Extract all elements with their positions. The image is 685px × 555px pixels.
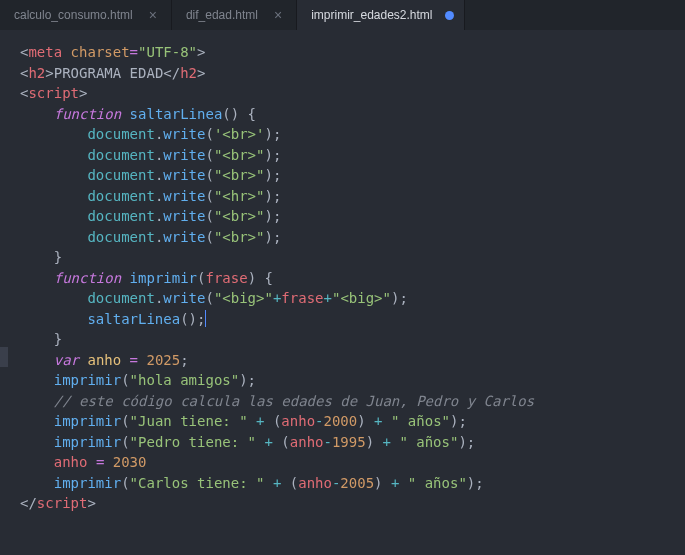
tab-label: calculo_consumo.html xyxy=(14,8,133,22)
code-line: imprimir("hola amigos"); xyxy=(20,370,685,391)
code-line: // este código calcula las edades de Jua… xyxy=(20,391,685,412)
code-line: } xyxy=(20,247,685,268)
code-line: </script> xyxy=(20,493,685,514)
close-icon[interactable]: × xyxy=(270,7,286,23)
code-line: } xyxy=(20,329,685,350)
modified-dot-icon xyxy=(445,11,454,20)
code-line: document.write("<br>"); xyxy=(20,145,685,166)
code-line: <meta charset="UTF-8"> xyxy=(20,42,685,63)
code-line: imprimir("Carlos tiene: " + (anho-2005) … xyxy=(20,473,685,494)
code-line: saltarLinea(); xyxy=(20,309,685,330)
code-line: document.write("<br>"); xyxy=(20,227,685,248)
tab-dif-edad[interactable]: dif_edad.html × xyxy=(172,0,297,30)
code-line: document.write("<br>"); xyxy=(20,165,685,186)
code-line: document.write("<big>"+frase+"<big>"); xyxy=(20,288,685,309)
tab-label: dif_edad.html xyxy=(186,8,258,22)
code-line: imprimir("Juan tiene: " + (anho-2000) + … xyxy=(20,411,685,432)
tab-calculo-consumo[interactable]: calculo_consumo.html × xyxy=(0,0,172,30)
code-editor[interactable]: <meta charset="UTF-8"> <h2>PROGRAMA EDAD… xyxy=(0,30,685,526)
code-line: <script> xyxy=(20,83,685,104)
code-line: document.write('<br>'); xyxy=(20,124,685,145)
gutter-highlight xyxy=(0,347,8,367)
code-line: function imprimir(frase) { xyxy=(20,268,685,289)
code-line: imprimir("Pedro tiene: " + (anho-1995) +… xyxy=(20,432,685,453)
code-line: anho = 2030 xyxy=(20,452,685,473)
code-line: var anho = 2025; xyxy=(20,350,685,371)
code-line: <h2>PROGRAMA EDAD</h2> xyxy=(20,63,685,84)
text-cursor xyxy=(205,310,206,327)
code-line: document.write("<hr>"); xyxy=(20,186,685,207)
tab-bar: calculo_consumo.html × dif_edad.html × i… xyxy=(0,0,685,30)
close-icon[interactable]: × xyxy=(145,7,161,23)
code-line: document.write("<br>"); xyxy=(20,206,685,227)
tab-imprimir-edades2[interactable]: imprimir_edades2.html xyxy=(297,0,464,30)
tab-label: imprimir_edades2.html xyxy=(311,8,432,22)
code-line: function saltarLinea() { xyxy=(20,104,685,125)
